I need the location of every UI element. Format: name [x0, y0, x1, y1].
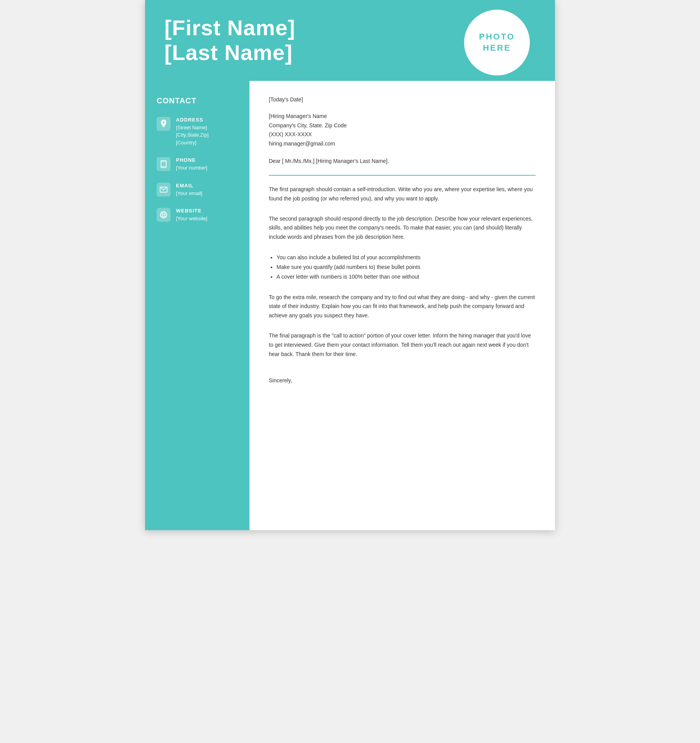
contact-heading: CONTACT: [157, 96, 238, 105]
paragraph-2: The second paragraph should respond dire…: [269, 214, 536, 242]
phone-item: PHONE [Your number]: [157, 157, 238, 172]
phone-icon: [157, 157, 171, 171]
address-value: [Street Name] [City,State,Zip] [Country]: [176, 124, 208, 147]
website-value: [Your website]: [176, 215, 207, 223]
phone-text: PHONE [Your number]: [176, 157, 207, 172]
first-name: [First Name]: [164, 15, 295, 40]
closing: Sincerely,: [269, 377, 536, 383]
bullet-item: A cover letter with numbers is 100% bett…: [277, 272, 536, 282]
location-icon: [157, 117, 171, 131]
address-item: ADDRESS [Street Name] [City,State,Zip] […: [157, 117, 238, 147]
sidebar: CONTACT ADDRESS [Street Name] [City,Stat…: [145, 81, 249, 530]
phone-value: [Your number]: [176, 164, 207, 172]
website-icon: [157, 208, 171, 222]
website-label: WEBSITE: [176, 208, 207, 214]
email-label: EMAIL: [176, 183, 202, 188]
cover-letter-page: [First Name] [Last Name] PHOTO HERE CONT…: [145, 0, 555, 530]
recipient-block: [Hiring Manager's Name Company's City, S…: [269, 112, 536, 149]
paragraph-3: To go the extra mile, research the compa…: [269, 293, 536, 320]
paragraph-1: The first paragraph should contain a sel…: [269, 185, 536, 204]
email-item: EMAIL [Your email]: [157, 183, 238, 197]
address-label: ADDRESS: [176, 117, 208, 123]
bullet-list: You can also include a bulleted list of …: [277, 253, 536, 282]
dear-line: Dear [ Mr./Ms./Mx.] [Hiring Manager's La…: [269, 158, 536, 164]
website-item: WEBSITE [Your website]: [157, 208, 238, 223]
phone-label: PHONE: [176, 157, 207, 163]
divider: [269, 175, 536, 176]
main-content: [Today's Date] [Hiring Manager's Name Co…: [249, 81, 555, 530]
email-text: EMAIL [Your email]: [176, 183, 202, 197]
email-icon: [157, 183, 171, 197]
address-text: ADDRESS [Street Name] [City,State,Zip] […: [176, 117, 208, 147]
photo-label: PHOTO HERE: [479, 31, 515, 53]
name-block: [First Name] [Last Name]: [164, 15, 295, 65]
bullet-item: Make sure you quantify (add numbers to) …: [277, 262, 536, 272]
photo-placeholder: PHOTO HERE: [462, 8, 532, 77]
paragraph-4: The final paragraph is the "call to acti…: [269, 331, 536, 359]
email-value: [Your email]: [176, 190, 202, 197]
last-name: [Last Name]: [164, 40, 295, 65]
svg-point-3: [164, 167, 164, 167]
date: [Today's Date]: [269, 96, 536, 103]
body: CONTACT ADDRESS [Street Name] [City,Stat…: [145, 81, 555, 530]
bullet-item: You can also include a bulleted list of …: [277, 253, 536, 262]
website-text: WEBSITE [Your website]: [176, 208, 207, 223]
header: [First Name] [Last Name] PHOTO HERE: [145, 0, 555, 81]
